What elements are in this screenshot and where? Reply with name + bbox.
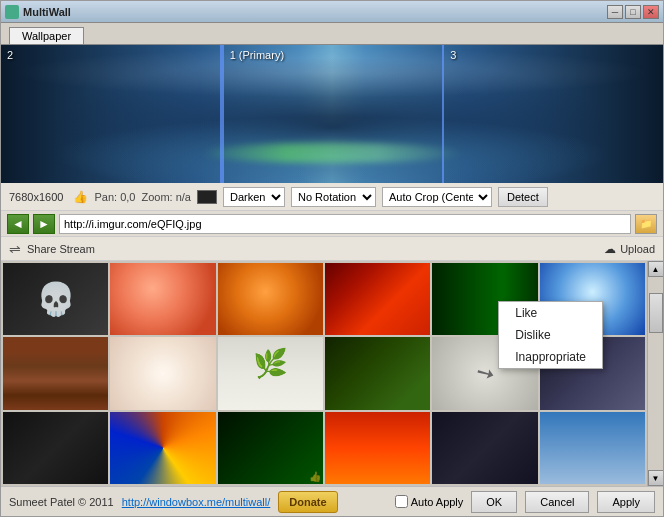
gallery-item[interactable]: 💀 bbox=[3, 263, 108, 335]
auto-apply-checkbox[interactable] bbox=[395, 495, 408, 508]
auto-apply-checkbox-container: Auto Apply bbox=[395, 495, 464, 508]
donate-button[interactable]: Donate bbox=[278, 491, 337, 513]
gallery-item[interactable] bbox=[110, 337, 215, 409]
upload-button[interactable]: ☁ Upload bbox=[604, 242, 655, 256]
website-link[interactable]: http://windowbox.me/multiwall/ bbox=[122, 496, 271, 508]
cancel-button[interactable]: Cancel bbox=[525, 491, 589, 513]
ok-button[interactable]: OK bbox=[471, 491, 517, 513]
preview-area: 2 1 (Primary) 3 bbox=[1, 45, 663, 183]
gallery-item[interactable] bbox=[540, 412, 645, 484]
gallery-item[interactable] bbox=[432, 412, 537, 484]
folder-button[interactable]: 📁 bbox=[635, 214, 657, 234]
title-bar-left: MultiWall bbox=[5, 5, 71, 19]
scroll-down-button[interactable]: ▼ bbox=[648, 470, 664, 486]
crop-select[interactable]: Auto Crop (Center bbox=[382, 187, 492, 207]
context-menu: Like Dislike Inappropriate bbox=[498, 301, 603, 369]
context-item-inappropriate[interactable]: Inappropriate bbox=[499, 346, 602, 368]
arrow-icon: ➘ bbox=[471, 358, 500, 390]
upload-label: Upload bbox=[620, 243, 655, 255]
folder-icon: 📁 bbox=[640, 218, 652, 229]
shuffle-icon: ⇌ bbox=[9, 241, 21, 257]
gallery-item[interactable] bbox=[325, 412, 430, 484]
detect-button[interactable]: Detect bbox=[498, 187, 548, 207]
auto-apply-label: Auto Apply bbox=[411, 496, 464, 508]
thumbs-up-icon: 👍 bbox=[73, 190, 88, 204]
monitor-right-label: 3 bbox=[450, 49, 456, 61]
back-button[interactable]: ◄ bbox=[7, 214, 29, 234]
upload-icon: ☁ bbox=[604, 242, 616, 256]
controls-bar: 7680x1600 👍 Pan: 0,0 Zoom: n/a Darken No… bbox=[1, 183, 663, 211]
stream-left: ⇌ Share Stream bbox=[9, 241, 95, 257]
gallery-item[interactable] bbox=[3, 337, 108, 409]
monitor-dividers: 2 1 (Primary) 3 bbox=[1, 45, 663, 183]
pan-label: Pan: 0,0 bbox=[94, 191, 135, 203]
gallery-item[interactable] bbox=[110, 412, 215, 484]
monitor-left: 2 bbox=[1, 45, 222, 183]
monitor-right: 3 bbox=[444, 45, 663, 183]
url-bar: ◄ ► 📁 bbox=[1, 211, 663, 237]
url-input[interactable] bbox=[59, 214, 631, 234]
monitor-center: 1 (Primary) bbox=[222, 45, 445, 183]
window-title: MultiWall bbox=[23, 6, 71, 18]
scroll-thumb[interactable] bbox=[649, 293, 663, 333]
gallery-grid: 💀 bbox=[1, 261, 647, 486]
monitor-left-label: 2 bbox=[7, 49, 13, 61]
footer-bar: Sumeet Patel © 2011 http://windowbox.me/… bbox=[1, 486, 663, 516]
gallery-item[interactable] bbox=[218, 263, 323, 335]
gallery-item[interactable]: 👍 bbox=[218, 412, 323, 484]
main-window: MultiWall ─ □ ✕ Wallpaper 2 1 (Primary) … bbox=[0, 0, 664, 517]
minimize-button[interactable]: ─ bbox=[607, 5, 623, 19]
gallery-area: 💀 bbox=[1, 261, 663, 486]
tree-icon: 🌿 bbox=[253, 347, 288, 380]
apply-button[interactable]: Apply bbox=[597, 491, 655, 513]
gallery-scrollbar: ▲ ▼ bbox=[647, 261, 663, 486]
color-swatch bbox=[197, 190, 217, 204]
monitor-center-label: 1 (Primary) bbox=[230, 49, 284, 61]
rotation-select[interactable]: No Rotation bbox=[291, 187, 376, 207]
gallery-item[interactable]: 🌿 bbox=[218, 337, 323, 409]
gallery-item[interactable] bbox=[110, 263, 215, 335]
title-bar-buttons: ─ □ ✕ bbox=[607, 5, 659, 19]
back-arrow-icon: ◄ bbox=[12, 217, 24, 231]
resolution-label: 7680x1600 bbox=[9, 191, 63, 203]
title-bar: MultiWall ─ □ ✕ bbox=[1, 1, 663, 23]
app-icon bbox=[5, 5, 19, 19]
tab-bar: Wallpaper bbox=[1, 23, 663, 45]
copyright-text: Sumeet Patel © 2011 bbox=[9, 496, 114, 508]
forward-button[interactable]: ► bbox=[33, 214, 55, 234]
tab-wallpaper[interactable]: Wallpaper bbox=[9, 27, 84, 44]
maximize-button[interactable]: □ bbox=[625, 5, 641, 19]
blend-select[interactable]: Darken bbox=[223, 187, 285, 207]
gallery-item[interactable] bbox=[325, 337, 430, 409]
skull-icon: 💀 bbox=[36, 280, 76, 318]
stream-label: Share Stream bbox=[27, 243, 95, 255]
close-button[interactable]: ✕ bbox=[643, 5, 659, 19]
stream-bar: ⇌ Share Stream ☁ Upload bbox=[1, 237, 663, 261]
context-item-like[interactable]: Like bbox=[499, 302, 602, 324]
zoom-label: Zoom: n/a bbox=[141, 191, 191, 203]
context-item-dislike[interactable]: Dislike bbox=[499, 324, 602, 346]
forward-arrow-icon: ► bbox=[38, 217, 50, 231]
gallery-item[interactable] bbox=[3, 412, 108, 484]
gallery-item[interactable] bbox=[325, 263, 430, 335]
scroll-up-button[interactable]: ▲ bbox=[648, 261, 664, 277]
like-icon-small: 👍 bbox=[309, 471, 321, 482]
